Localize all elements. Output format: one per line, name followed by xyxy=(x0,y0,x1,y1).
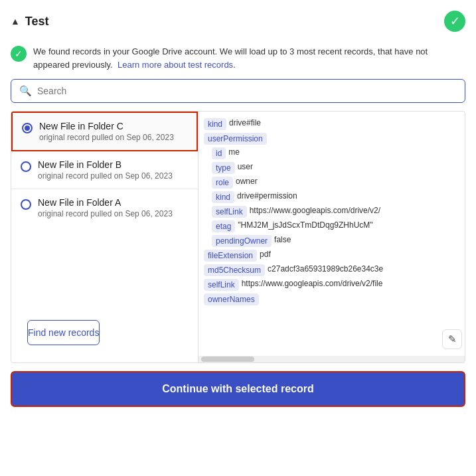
list-item[interactable]: New File in Folder A original record pul… xyxy=(11,189,198,226)
json-row: userPermission xyxy=(204,133,459,145)
json-key: userPermission xyxy=(204,133,267,145)
json-row: kinddrive#permission xyxy=(204,191,459,203)
records-list-items: New File in Folder C original record pul… xyxy=(11,112,198,312)
json-key: role xyxy=(212,177,233,189)
json-key: selfLink xyxy=(212,206,247,218)
search-container: 🔍 xyxy=(11,79,465,103)
json-value: https://www.googleapis.com/drive/v2/file xyxy=(242,279,383,288)
search-icon: 🔍 xyxy=(19,85,32,97)
radio-button[interactable] xyxy=(21,199,31,210)
horizontal-scrollbar[interactable] xyxy=(198,356,465,362)
record-meta: original record pulled on Sep 06, 2023 xyxy=(39,133,174,142)
json-key: kind xyxy=(204,118,226,130)
json-value: https://www.googleapis.com/drive/v2/ xyxy=(250,206,380,215)
json-row: selfLinkhttps://www.googleapis.com/drive… xyxy=(204,206,459,218)
json-value: owner xyxy=(236,177,258,186)
json-row: ownerNames xyxy=(204,293,459,305)
json-key: fileExtension xyxy=(204,250,257,262)
info-check-icon: ✓ xyxy=(11,46,27,62)
edit-icon-button[interactable]: ✎ xyxy=(442,329,462,349)
continue-button[interactable]: Continue with selected record xyxy=(11,371,465,407)
json-row: etag"HMJ2M_jsJdScxTmDtDqg9ZHhUcM" xyxy=(204,220,459,232)
scroll-thumb[interactable] xyxy=(201,357,254,362)
record-name: New File in Folder B xyxy=(38,159,173,170)
json-details-panel: kinddrive#fileuserPermissionidmetypeuser… xyxy=(198,112,465,356)
json-row: idme xyxy=(204,147,459,159)
json-key: kind xyxy=(212,191,234,203)
search-input[interactable] xyxy=(37,86,457,96)
json-row: roleowner xyxy=(204,177,459,189)
page-title: Test xyxy=(25,15,49,29)
header: ▲ Test ✓ xyxy=(11,11,465,37)
record-name: New File in Folder A xyxy=(38,197,173,208)
json-key: pendingOwner xyxy=(212,235,272,247)
learn-more-link[interactable]: Learn more about test records xyxy=(118,60,233,70)
json-key: md5Checksum xyxy=(204,264,265,276)
json-row: typeuser xyxy=(204,162,459,174)
json-row: pendingOwnerfalse xyxy=(204,235,459,247)
json-value: drive#permission xyxy=(237,191,297,200)
list-item[interactable]: New File in Folder C original record pul… xyxy=(11,112,198,151)
find-new-records-button[interactable]: Find new records xyxy=(27,320,100,345)
json-value: false xyxy=(274,235,291,244)
json-value: me xyxy=(228,147,240,157)
json-value: c27adcf3a65931989cb26e34c3e xyxy=(268,264,383,274)
info-banner: ✓ We found records in your Google Drive … xyxy=(11,45,465,71)
json-row: kinddrive#file xyxy=(204,118,459,130)
json-value: pdf xyxy=(260,250,271,259)
record-name: New File in Folder C xyxy=(39,121,174,131)
list-item[interactable]: New File in Folder B original record pul… xyxy=(11,151,198,189)
json-key: type xyxy=(212,162,235,174)
radio-button[interactable] xyxy=(21,161,31,172)
json-value: user xyxy=(238,162,253,171)
json-row: md5Checksumc27adcf3a65931989cb26e34c3e xyxy=(204,264,459,276)
header-check-icon: ✓ xyxy=(444,11,465,32)
record-meta: original record pulled on Sep 06, 2023 xyxy=(38,209,173,218)
radio-button-selected[interactable] xyxy=(22,123,33,133)
json-value: drive#file xyxy=(229,118,261,127)
record-meta: original record pulled on Sep 06, 2023 xyxy=(38,171,173,181)
json-row: selfLinkhttps://www.googleapis.com/drive… xyxy=(204,279,459,291)
json-key: etag xyxy=(212,220,235,232)
chevron-up-icon[interactable]: ▲ xyxy=(11,16,20,27)
json-value: "HMJ2M_jsJdScxTmDtDqg9ZHhUcM" xyxy=(238,220,372,230)
main-content: New File in Folder C original record pul… xyxy=(11,111,465,363)
edit-icon: ✎ xyxy=(448,333,457,345)
json-key: selfLink xyxy=(204,279,239,291)
json-row: fileExtensionpdf xyxy=(204,250,459,262)
records-list: New File in Folder C original record pul… xyxy=(11,112,198,362)
json-key: ownerNames xyxy=(204,293,259,305)
json-key: id xyxy=(212,147,226,159)
